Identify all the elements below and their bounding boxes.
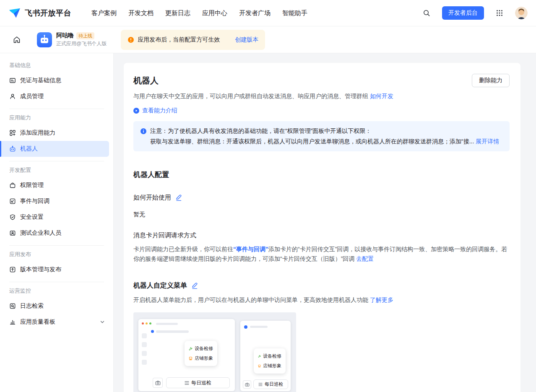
bot-icon (9, 145, 16, 152)
bot-description: 与用户在聊天中交互的应用，可以向用户或群组自动发送消息、响应用户的消息、管理群组… (133, 91, 510, 101)
log-search-icon (9, 303, 16, 309)
credential-icon (9, 77, 16, 84)
sidebar-item-label: 应用质量看板 (20, 318, 55, 326)
sidebar-item-add-capability[interactable]: 添加应用能力 (0, 125, 113, 141)
sidebar-item-label: 添加应用能力 (20, 129, 55, 137)
mock-menu-item: 设备检修 (195, 345, 213, 352)
expand-details-link[interactable]: 展开详情 (476, 138, 499, 145)
mock-desktop-window: 设备检修 店铺形象 (138, 319, 235, 391)
permission-icon (9, 182, 16, 189)
developer-backend-button[interactable]: 开发者后台 (442, 6, 484, 20)
sidebar-item-permissions[interactable]: 权限管理 (0, 177, 113, 193)
play-icon (133, 108, 139, 114)
sidebar-item-members[interactable]: 成员管理 (0, 88, 113, 104)
notice-text: 应用发布后，当前配置方可生效 (138, 36, 220, 44)
nav-item-app-center[interactable]: 应用中心 (202, 9, 227, 17)
sidebar-item-label: 日志检索 (20, 302, 44, 310)
traffic-lights-icon (142, 322, 151, 325)
app-name: 阿咕噜 (56, 32, 74, 39)
how-to-develop-link[interactable]: 如何开发 (370, 93, 393, 99)
app-switcher[interactable]: 阿咕噜 待上线 正式应用@飞书个人版 (37, 32, 107, 47)
shop-image-icon (258, 363, 261, 369)
nav-item-cases[interactable]: 客户案例 (91, 9, 117, 17)
capability-intro-toggle[interactable]: 查看能力介绍 (133, 107, 510, 114)
sidebar-item-credentials[interactable]: 凭证与基础信息 (0, 73, 113, 88)
event-callback-inline-link[interactable]: “事件与回调” (233, 246, 268, 252)
device-repair-icon (258, 354, 261, 359)
card-callback-text1: 卡片回调能力已全新升级，你可以前往 (133, 246, 233, 252)
sidebar-section-monitoring: 运营监控 (0, 282, 113, 298)
create-version-link[interactable]: 创建版本 (235, 36, 258, 44)
mock-menu-popup: 设备检修 店铺形象 (254, 348, 286, 374)
sidebar-section-capabilities: 应用能力 (0, 109, 113, 125)
top-nav-items: 客户案例 开发文档 更新日志 应用中心 开发者广场 智能助手 (91, 9, 307, 17)
search-icon[interactable] (420, 6, 433, 20)
mock-left-rail (142, 333, 147, 365)
custom-menu-text: 开启机器人菜单能力后，用户可以在与机器人的单聊中访问菜单，更高效地使用机器人功能 (133, 296, 370, 303)
nav-item-developer-plaza[interactable]: 开发者广场 (239, 9, 271, 17)
chevron-down-icon (99, 319, 106, 325)
main-content: 机器人 删除能力 与用户在聊天中交互的应用，可以向用户或群组自动发送消息、响应用… (114, 53, 536, 392)
nav-item-assistant[interactable]: 智能助手 (282, 9, 307, 17)
bot-config-title: 机器人配置 (133, 170, 510, 179)
app-subtitle: 正式应用@飞书个人版 (56, 40, 107, 47)
avatar[interactable] (515, 7, 528, 19)
app-meta: 阿咕噜 待上线 正式应用@飞书个人版 (56, 32, 107, 47)
menu-icon (258, 383, 263, 386)
how-to-start-label: 如何开始使用 (133, 194, 171, 202)
status-badge: 待上线 (76, 32, 94, 39)
custom-menu-paragraph: 开启机器人菜单能力后，用户可以在与机器人的单聊中访问菜单，更高效地使用机器人功能… (133, 295, 510, 305)
members-icon (9, 93, 16, 100)
app-bar: 阿咕噜 待上线 正式应用@飞书个人版 应用发布后，当前配置方可生效 创建版本 (0, 26, 536, 53)
sidebar-item-security[interactable]: 安全设置 (0, 209, 113, 225)
sidebar-section-release: 应用发布 (0, 246, 113, 262)
add-capability-icon (9, 130, 16, 136)
mock-bottom-button-label: 每日巡检 (191, 379, 211, 387)
device-repair-icon (189, 346, 193, 351)
sidebar-item-label: 权限管理 (20, 182, 44, 189)
camera-icon (153, 378, 163, 388)
menu-icon (185, 381, 189, 385)
sidebar-item-version-release[interactable]: 版本管理与发布 (0, 262, 113, 278)
card-callback-paragraph: 卡片回调能力已全新升级，你可以前往“事件与回调”添加卡片的“卡片回传交互”回调，… (133, 244, 510, 264)
home-icon[interactable] (9, 32, 24, 47)
custom-menu-label: 机器人自定义菜单 (133, 281, 187, 290)
publish-notice-banner: 应用发布后，当前配置方可生效 创建版本 (121, 30, 265, 50)
go-configure-link[interactable]: 去配置 (356, 255, 374, 262)
delete-capability-button[interactable]: 删除能力 (472, 74, 510, 87)
sidebar-section-basic-info: 基础信息 (0, 57, 113, 73)
sidebar-item-events[interactable]: 事件与回调 (0, 193, 113, 209)
bot-capability-card: 机器人 删除能力 与用户在聊天中交互的应用，可以向用户或群组自动发送消息、响应用… (124, 63, 520, 392)
top-navbar: 飞书开放平台 客户案例 开发文档 更新日志 应用中心 开发者广场 智能助手 开发… (0, 0, 536, 26)
brand[interactable]: 飞书开放平台 (8, 8, 71, 18)
daily-patrol-button-mock: 每日巡检 (166, 377, 230, 388)
sidebar-item-label: 测试企业和人员 (20, 229, 61, 237)
apps-grid-icon[interactable] (493, 6, 506, 20)
sidebar-item-label: 成员管理 (20, 93, 44, 100)
notice-line1: 注意：为了使机器人具有收发消息的基础功能，请在“权限管理”面板中开通以下权限： (150, 126, 371, 136)
description-text: 与用户在聊天中交互的应用，可以向用户或群组自动发送消息、响应用户的消息、管理群组 (133, 93, 368, 99)
sidebar-item-bot[interactable]: 机器人 (0, 141, 109, 157)
nav-item-docs[interactable]: 开发文档 (128, 9, 154, 17)
sidebar-section-dev-config: 开发配置 (0, 161, 113, 177)
sidebar-item-test-org[interactable]: 测试企业和人员 (0, 225, 113, 241)
camera-icon (243, 380, 251, 389)
shop-image-icon (189, 356, 193, 361)
sidebar: 基础信息 凭证与基础信息 成员管理 应用能力 添加应用能 (0, 53, 114, 392)
learn-more-link[interactable]: 了解更多 (370, 296, 393, 303)
sidebar-item-quality-dashboard[interactable]: 应用质量看板 (0, 314, 113, 330)
nav-item-changelog[interactable]: 更新日志 (165, 9, 190, 17)
event-callback-icon (9, 198, 16, 205)
daily-patrol-button-mock: 每日巡检 (253, 379, 288, 389)
edit-how-to-start-icon[interactable] (175, 195, 182, 201)
capability-intro-label: 查看能力介绍 (142, 107, 177, 114)
page-title: 机器人 (133, 75, 159, 86)
page: 飞书开放平台 客户案例 开发文档 更新日志 应用中心 开发者广场 智能助手 开发… (0, 0, 536, 392)
body: 基础信息 凭证与基础信息 成员管理 应用能力 添加应用能 (0, 53, 536, 392)
info-icon (140, 128, 147, 135)
sidebar-item-log-search[interactable]: 日志检索 (0, 298, 113, 314)
custom-menu-illustration: 设备检修 店铺形象 (133, 312, 296, 392)
edit-custom-menu-icon[interactable] (191, 283, 198, 289)
security-icon (9, 214, 16, 221)
how-to-start-heading: 如何开始使用 (133, 194, 510, 202)
